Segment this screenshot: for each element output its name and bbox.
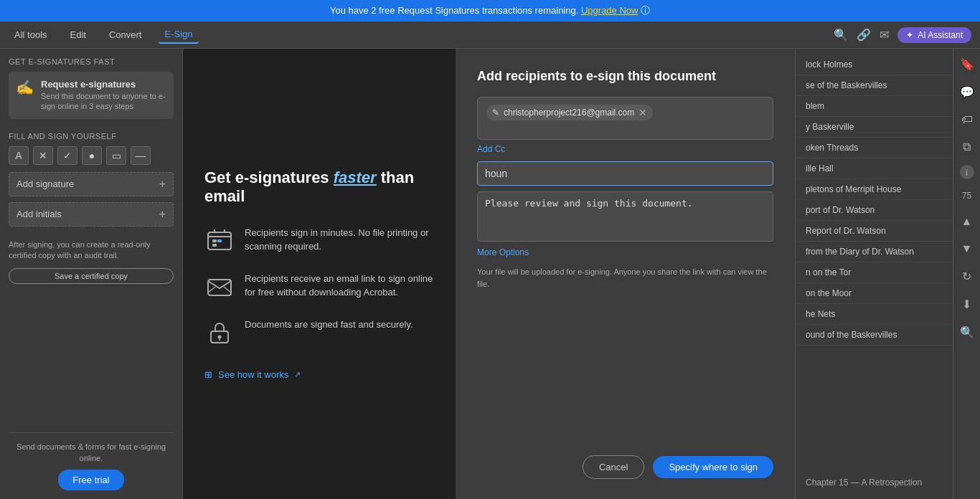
request-esig-card[interactable]: ✍ Request e-signatures Send this documen… (9, 72, 174, 119)
request-esig-desc: Send this document to anyone to e-sign o… (41, 91, 166, 112)
clock-icon (204, 226, 235, 256)
save-certified-btn[interactable]: Save a certified copy (9, 268, 174, 284)
doc-list-item[interactable]: Report of Dr. Watson (796, 221, 953, 242)
subject-input[interactable] (477, 161, 773, 186)
doc-list-item[interactable]: pletons of Merripit House (796, 179, 953, 200)
main-layout: GET E-SIGNATURES FAST ✍ Request e-signat… (0, 49, 980, 499)
notification-bar: You have 2 free Request Signatures trans… (0, 0, 980, 22)
add-initials-row[interactable]: Add initials + (9, 202, 174, 227)
external-link-icon: ↗ (294, 370, 301, 379)
see-how-icon: ⊞ (204, 369, 212, 380)
svg-point-11 (218, 335, 222, 338)
certified-copy-section: After signing, you can create a read-onl… (9, 239, 174, 262)
add-signature-plus-icon: + (159, 178, 166, 191)
cancel-button[interactable]: Cancel (583, 455, 644, 479)
svg-line-8 (208, 287, 215, 293)
add-cc-link[interactable]: Add Cc (477, 144, 773, 154)
feature-text-2: Recipients receive an email link to sign… (245, 272, 434, 300)
doc-list-item[interactable]: ound of the Baskervilles (796, 325, 953, 346)
doc-list-item[interactable]: y Baskerville (796, 117, 953, 138)
more-options-link[interactable]: More Options (477, 247, 773, 257)
nav-icons: 🔍 🔗 ✉ ✦ AI Assistant (834, 27, 971, 43)
right-icon-bar: 🔖 💬 🏷 ⧉ i 75 ▲ ▼ ↻ ⬇ 🔍 (953, 49, 980, 499)
recipient-avatar-icon: ✎ (492, 108, 499, 118)
doc-list-item[interactable]: se of the Baskervilles (796, 75, 953, 96)
svg-line-9 (224, 287, 231, 293)
doc-list-item[interactable]: port of Dr. Watson (796, 200, 953, 221)
nav-all-tools[interactable]: All tools (9, 27, 53, 43)
nav-convert[interactable]: Convert (103, 27, 148, 43)
doc-list-item[interactable]: he Nets (796, 304, 953, 325)
doc-list-item[interactable]: blem (796, 96, 953, 117)
recipient-chip: ✎ christopherproject216@gmail.com ✕ (486, 105, 653, 120)
free-trial-btn[interactable]: Free trial (58, 470, 123, 490)
scroll-up-icon[interactable]: ▲ (958, 212, 976, 231)
dot-tool-btn[interactable]: ● (82, 146, 102, 165)
notif-text: You have 2 free Request Signatures trans… (330, 5, 578, 16)
ai-assistant-button[interactable]: ✦ AI Assistant (897, 27, 971, 43)
see-how-label[interactable]: See how it works (218, 369, 288, 380)
svg-rect-2 (212, 239, 217, 242)
rect-tool-btn[interactable]: ▭ (106, 146, 126, 165)
see-how-row[interactable]: ⊞ See how it works ↗ (204, 369, 434, 380)
sidebar-bottom-desc: Send documents & forms for fast e-signin… (9, 442, 174, 464)
modal-features-pane: Get e-signatures faster than email Recip… (183, 49, 456, 499)
feature-item-2: Recipients receive an email link to sign… (204, 272, 434, 302)
svg-rect-3 (212, 244, 217, 247)
recipient-email: christopherproject216@gmail.com (504, 108, 634, 118)
email-feature-icon (204, 272, 235, 302)
doc-list-item[interactable]: oken Threads (796, 138, 953, 158)
add-signature-label: Add signature (17, 179, 74, 189)
left-sidebar: GET E-SIGNATURES FAST ✍ Request e-signat… (0, 49, 183, 499)
mail-icon[interactable]: ✉ (880, 28, 889, 42)
page-number-badge: 75 (959, 188, 974, 204)
refresh-icon[interactable]: ↻ (959, 267, 974, 286)
message-textarea[interactable]: Please review and sign this document. (477, 191, 773, 242)
feature-text-3: Documents are signed fast and securely. (245, 318, 413, 332)
upgrade-now-link[interactable]: Upgrade Now (581, 5, 639, 16)
recipient-input-area[interactable]: ✎ christopherproject216@gmail.com ✕ (477, 97, 773, 140)
request-esig-icon: ✍ (16, 79, 34, 112)
zoom-in-icon[interactable]: 🔍 (957, 323, 977, 342)
download-icon[interactable]: ⬇ (959, 295, 974, 314)
search-icon[interactable]: 🔍 (834, 28, 848, 42)
feature-item-3: Documents are signed fast and securely. (204, 318, 434, 348)
doc-list-footer: Chapter 15 — A Retrospection (796, 472, 953, 493)
lock-feature-icon (204, 318, 235, 348)
add-signature-row[interactable]: Add signature + (9, 172, 174, 196)
info-icon: ⓘ (641, 5, 650, 16)
doc-list-item[interactable]: ille Hall (796, 158, 953, 179)
tools-row: A ✕ ✓ ● ▭ — (9, 146, 174, 165)
modal-footer: Cancel Specify where to sign (477, 455, 773, 479)
add-initials-plus-icon: + (159, 208, 166, 221)
modal-left-title: Get e-signatures faster than email (204, 168, 434, 206)
doc-list-item[interactable]: from the Diary of Dr. Watson (796, 242, 953, 262)
modal-title: Add recipients to e-sign this document (477, 69, 773, 84)
nav-edit[interactable]: Edit (65, 27, 92, 43)
feature-item-1: Recipients sign in minutes. No file prin… (204, 226, 434, 256)
check-tool-btn[interactable]: ✓ (57, 146, 77, 165)
doc-list-item[interactable]: lock Holmes (796, 54, 953, 75)
certified-copy-text: After signing, you can create a read-onl… (9, 240, 151, 260)
tag-icon[interactable]: 🏷 (958, 110, 976, 129)
cross-tool-btn[interactable]: ✕ (33, 146, 53, 165)
specify-where-btn[interactable]: Specify where to sign (653, 456, 773, 478)
fill-sign-title: FILL AND SIGN YOURSELF (9, 132, 174, 141)
ai-icon: ✦ (906, 30, 913, 40)
doc-list-item[interactable]: n on the Tor (796, 262, 953, 283)
text-tool-btn[interactable]: A (9, 146, 29, 165)
link-icon[interactable]: 🔗 (857, 28, 871, 42)
copy-icon[interactable]: ⧉ (960, 138, 974, 156)
comment-icon[interactable]: 💬 (957, 82, 977, 102)
line-tool-btn[interactable]: — (131, 146, 151, 165)
add-initials-label: Add initials (17, 209, 62, 219)
chapter-footer-text: Chapter 15 — A Retrospection (806, 477, 943, 488)
bookmark-icon[interactable]: 🔖 (957, 54, 977, 74)
doc-list-item[interactable]: on the Moor (796, 283, 953, 304)
info-icon[interactable]: i (960, 165, 974, 179)
right-panel: lock Holmes se of the Baskervilles blem … (795, 49, 953, 499)
nav-esign[interactable]: E-Sign (159, 26, 198, 44)
request-esig-title: Request e-signatures (41, 79, 166, 90)
scroll-down-icon[interactable]: ▼ (958, 239, 976, 258)
recipient-remove-icon[interactable]: ✕ (639, 107, 647, 118)
